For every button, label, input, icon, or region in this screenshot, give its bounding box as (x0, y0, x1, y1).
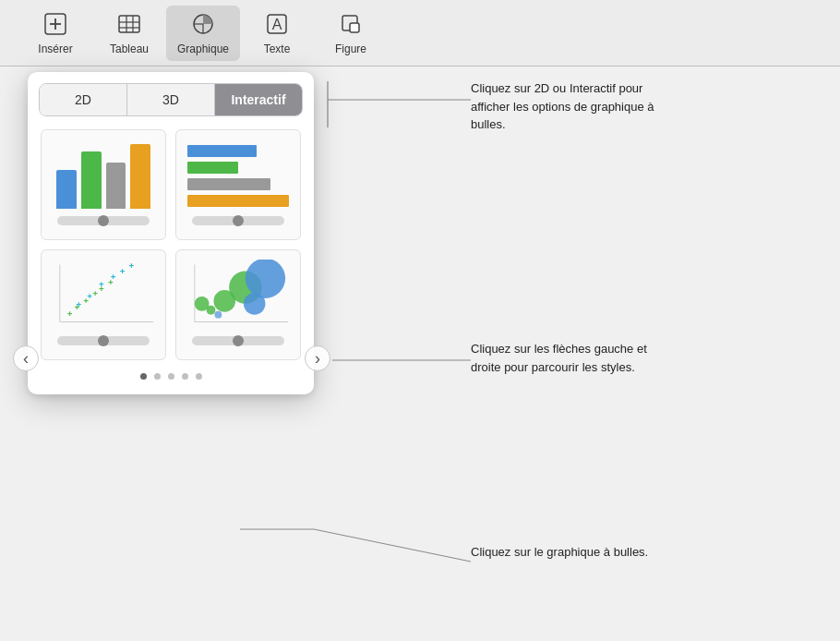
table-button[interactable]: Tableau (92, 6, 166, 61)
svg-point-32 (195, 296, 210, 311)
bar-vertical-chart[interactable] (41, 129, 166, 240)
svg-text:+: + (111, 272, 116, 282)
svg-text:A: A (272, 17, 282, 32)
scatter-slider[interactable] (57, 336, 150, 345)
callout-bubbles-text: Cliquez sur 2D ou Interactif pour affich… (471, 81, 654, 131)
callout-arrows: Cliquez sur les flèches gauche et droite… (471, 340, 655, 376)
svg-text:+: + (99, 279, 104, 289)
shape-button[interactable]: Figure (314, 6, 388, 61)
svg-rect-14 (350, 23, 359, 32)
scatter-slider-dot (98, 335, 109, 346)
bubble-slider-dot (233, 335, 244, 346)
tab-3d[interactable]: 3D (127, 84, 215, 115)
page-dot-3[interactable] (168, 373, 174, 380)
scatter-preview: + + + + + + + + + + + + (49, 260, 158, 329)
svg-line-43 (314, 529, 471, 562)
bar-horizontal-slider-dot (233, 215, 244, 226)
tab-2d[interactable]: 2D (40, 84, 127, 115)
svg-text:+: + (77, 299, 82, 309)
svg-text:+: + (67, 308, 73, 319)
svg-text:+: + (129, 260, 135, 271)
chart-type-tabs: 2D 3D Interactif (39, 83, 303, 116)
toolbar: Insérer Tableau Graphique (0, 0, 840, 67)
bubble-chart[interactable] (175, 249, 301, 360)
callout-arrows-text: Cliquez sur les flèches gauche et droite… (471, 342, 647, 374)
chart-grid: + + + + + + + + + + + + (28, 116, 314, 360)
svg-point-36 (244, 293, 266, 315)
svg-text:+: + (120, 266, 126, 276)
shape-label: Figure (335, 42, 366, 55)
svg-rect-3 (119, 16, 139, 32)
page-dot-5[interactable] (196, 373, 202, 380)
page-indicator (28, 373, 314, 380)
bar-vertical-slider[interactable] (57, 216, 150, 225)
bubble-preview (184, 260, 293, 329)
tab-interactive[interactable]: Interactif (215, 84, 302, 115)
shape-icon (338, 11, 364, 41)
svg-text:+: + (87, 291, 92, 301)
next-arrow-icon: › (315, 349, 320, 369)
callout-bubble-click: Cliquez sur le graphique à bulles. (471, 543, 648, 562)
chart-picker-popup: 2D 3D Interactif (28, 72, 314, 394)
text-label: Texte (264, 42, 291, 55)
insert-icon (42, 11, 68, 41)
insert-label: Insérer (38, 42, 72, 55)
prev-arrow-icon: ‹ (23, 349, 29, 369)
chart-label: Graphique (177, 42, 229, 55)
table-icon (116, 11, 142, 41)
bar-horizontal-chart[interactable] (175, 129, 301, 240)
bar-vertical-preview (49, 139, 158, 209)
bar-vertical-slider-dot (98, 215, 109, 226)
svg-text:+: + (92, 288, 98, 298)
page-dot-4[interactable] (182, 373, 188, 380)
page-dot-2[interactable] (154, 373, 161, 380)
svg-point-37 (214, 311, 222, 319)
svg-point-35 (246, 260, 285, 298)
insert-button[interactable]: Insérer (18, 6, 92, 61)
text-button[interactable]: A Texte (240, 6, 314, 61)
bar-horizontal-preview (184, 139, 293, 209)
callout-bubbles: Cliquez sur 2D ou Interactif pour affich… (471, 79, 655, 134)
next-arrow[interactable]: › (305, 345, 330, 371)
bar-horizontal-slider[interactable] (192, 216, 284, 225)
text-icon: A (264, 11, 290, 41)
bubble-slider[interactable] (192, 336, 284, 345)
prev-arrow[interactable]: ‹ (13, 345, 39, 371)
scatter-chart[interactable]: + + + + + + + + + + + + (41, 249, 166, 360)
page-dot-1[interactable] (140, 373, 147, 380)
chart-button[interactable]: Graphique (166, 6, 240, 61)
callout-bubble-click-text: Cliquez sur le graphique à bulles. (471, 545, 648, 559)
table-label: Tableau (110, 42, 149, 55)
chart-icon (190, 11, 216, 41)
